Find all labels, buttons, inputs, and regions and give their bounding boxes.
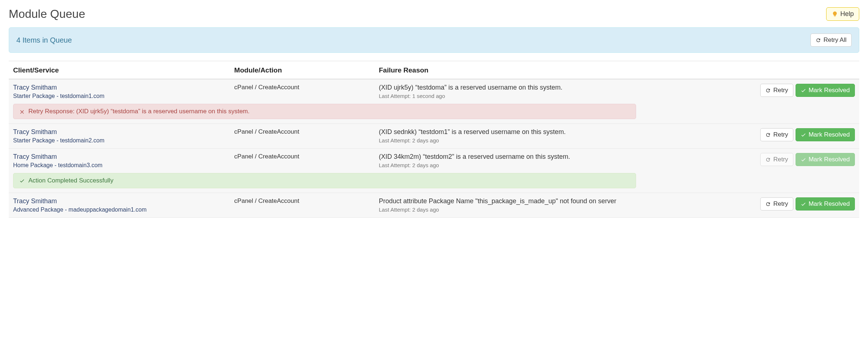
retry-button: Retry bbox=[760, 153, 793, 166]
failure-reason: (XID 34km2m) “testdom2” is a reserved us… bbox=[379, 153, 702, 161]
service-line[interactable]: Advanced Package - madeuppackagedomain1.… bbox=[13, 206, 225, 213]
mark-resolved-label: Mark Resolved bbox=[809, 156, 850, 163]
refresh-icon bbox=[816, 38, 821, 43]
client-name-link[interactable]: Tracy Smitham bbox=[13, 128, 225, 136]
refresh-icon bbox=[765, 157, 771, 162]
message-row: Retry Response: (XID ujrk5y) “testdoma” … bbox=[9, 104, 859, 124]
service-line[interactable]: Home Package - testdomain3.com bbox=[13, 162, 225, 169]
mark-resolved-label: Mark Resolved bbox=[809, 200, 850, 208]
page-title: Module Queue bbox=[9, 7, 85, 21]
retry-label: Retry bbox=[773, 87, 788, 94]
help-label: Help bbox=[840, 10, 854, 18]
close-icon bbox=[19, 109, 25, 114]
retry-label: Retry bbox=[773, 156, 788, 163]
retry-button[interactable]: Retry bbox=[760, 197, 793, 211]
service-line[interactable]: Starter Package - testdomain1.com bbox=[13, 93, 225, 99]
failure-reason: (XID ujrk5y) “testdoma” is a reserved us… bbox=[379, 84, 702, 91]
refresh-icon bbox=[765, 88, 771, 93]
last-attempt: Last Attempt: 2 days ago bbox=[379, 137, 702, 143]
mark-resolved-button: Mark Resolved bbox=[796, 153, 855, 166]
table-row: Tracy SmithamStarter Package - testdomai… bbox=[9, 79, 859, 104]
mark-resolved-button[interactable]: Mark Resolved bbox=[796, 197, 855, 211]
col-module: Module/Action bbox=[230, 61, 374, 79]
client-name-link[interactable]: Tracy Smitham bbox=[13, 84, 225, 91]
queue-table: Client/Service Module/Action Failure Rea… bbox=[9, 61, 859, 218]
module-action: cPanel / CreateAccount bbox=[230, 79, 374, 104]
help-button[interactable]: Help bbox=[826, 7, 859, 21]
check-icon bbox=[801, 157, 806, 162]
last-attempt: Last Attempt: 2 days ago bbox=[379, 162, 702, 168]
client-name-link[interactable]: Tracy Smitham bbox=[13, 197, 225, 205]
col-reason: Failure Reason bbox=[374, 61, 706, 79]
retry-label: Retry bbox=[773, 200, 788, 208]
retry-button[interactable]: Retry bbox=[760, 128, 793, 141]
retry-button[interactable]: Retry bbox=[760, 84, 793, 97]
mark-resolved-button[interactable]: Mark Resolved bbox=[796, 128, 855, 141]
queue-count: 4 Items in Queue bbox=[16, 36, 72, 44]
retry-all-label: Retry All bbox=[824, 36, 847, 44]
check-icon bbox=[801, 88, 806, 93]
service-line[interactable]: Starter Package - testdomain2.com bbox=[13, 137, 225, 144]
module-action: cPanel / CreateAccount bbox=[230, 193, 374, 218]
failure-reason: Product attribute Package Name "this_pac… bbox=[379, 197, 702, 205]
failure-reason: (XID sednkk) “testdom1” is a reserved us… bbox=[379, 128, 702, 136]
table-row: Tracy SmithamHome Package - testdomain3.… bbox=[9, 149, 859, 173]
mark-resolved-label: Mark Resolved bbox=[809, 131, 850, 138]
refresh-icon bbox=[765, 201, 771, 207]
retry-all-button[interactable]: Retry All bbox=[810, 34, 852, 47]
table-row: Tracy SmithamStarter Package - testdomai… bbox=[9, 124, 859, 149]
client-name-link[interactable]: Tracy Smitham bbox=[13, 153, 225, 161]
lightbulb-icon bbox=[832, 11, 838, 17]
col-client: Client/Service bbox=[9, 61, 230, 79]
last-attempt: Last Attempt: 1 second ago bbox=[379, 93, 702, 99]
module-action: cPanel / CreateAccount bbox=[230, 124, 374, 149]
error-message: Retry Response: (XID ujrk5y) “testdoma” … bbox=[13, 104, 636, 119]
module-action: cPanel / CreateAccount bbox=[230, 149, 374, 173]
mark-resolved-label: Mark Resolved bbox=[809, 87, 850, 94]
message-text: Retry Response: (XID ujrk5y) “testdoma” … bbox=[28, 108, 250, 115]
mark-resolved-button[interactable]: Mark Resolved bbox=[796, 84, 855, 97]
last-attempt: Last Attempt: 2 days ago bbox=[379, 206, 702, 213]
check-icon bbox=[19, 178, 25, 184]
success-message: Action Completed Successfully bbox=[13, 173, 636, 188]
message-text: Action Completed Successfully bbox=[28, 177, 113, 184]
check-icon bbox=[801, 132, 806, 138]
queue-summary-bar: 4 Items in Queue Retry All bbox=[9, 27, 859, 53]
refresh-icon bbox=[765, 132, 771, 138]
check-icon bbox=[801, 201, 806, 207]
table-row: Tracy SmithamAdvanced Package - madeuppa… bbox=[9, 193, 859, 218]
message-row: Action Completed Successfully bbox=[9, 173, 859, 193]
retry-label: Retry bbox=[773, 131, 788, 138]
